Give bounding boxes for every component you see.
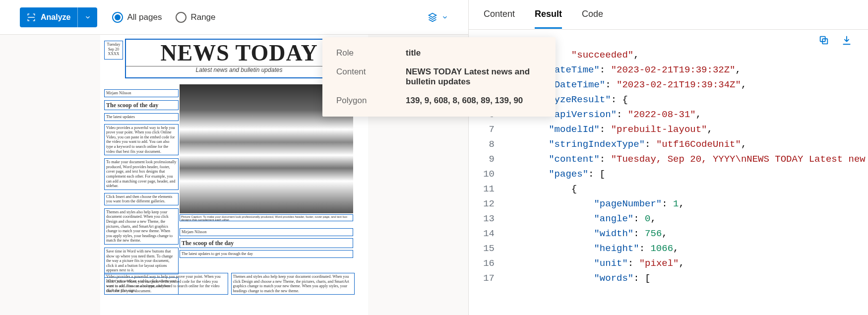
text-region[interactable]: Themes and styles also help keep your do…	[231, 273, 355, 295]
text-region[interactable]: The latest updates to get you through th…	[180, 250, 353, 258]
tooltip-key-polygon: Polygon	[336, 96, 406, 106]
tooltip-val-polygon: 139, 9, 608, 8, 608, 89, 139, 90	[406, 96, 542, 106]
download-button[interactable]	[841, 35, 852, 46]
region-tooltip: Role title Content NEWS TODAY Latest new…	[322, 37, 556, 117]
author-region[interactable]: Mirjam Nilsson	[104, 89, 179, 97]
tab-content[interactable]: Content	[484, 9, 515, 27]
layers-icon	[428, 12, 437, 22]
all-pages-label: All pages	[127, 12, 162, 22]
text-region[interactable]: Save time in Word with new buttons that …	[104, 248, 179, 274]
heading-region[interactable]: The scoop of the day	[104, 100, 179, 110]
author-region[interactable]: Mirjam Nilsson	[180, 228, 353, 236]
date-region[interactable]: Tuesday Sep 20 XXXX	[104, 41, 123, 60]
result-tabs: Content Result Code	[469, 0, 868, 30]
doc-title: NEWS TODAY	[126, 40, 352, 66]
text-region[interactable]: Video provides a powerful way to help yo…	[104, 273, 228, 295]
analyze-dropdown[interactable]	[77, 7, 97, 27]
page-range-group: All pages Range	[112, 12, 215, 23]
radio-checked-icon	[112, 12, 123, 23]
analyze-button[interactable]: Analyze	[20, 7, 97, 27]
toolbar: Analyze All pages Range	[0, 0, 468, 35]
text-region[interactable]: Themes and styles also help keep your do…	[104, 208, 179, 245]
radio-range[interactable]: Range	[176, 12, 215, 23]
copy-button[interactable]	[818, 35, 829, 46]
text-region[interactable]: Video provides a powerful way to help yo…	[104, 124, 179, 156]
tab-code[interactable]: Code	[582, 9, 603, 27]
chevron-down-icon	[441, 14, 448, 21]
tooltip-val-content: NEWS TODAY Latest news and bulletin upda…	[406, 67, 542, 87]
scan-icon	[27, 13, 36, 22]
analyze-label: Analyze	[41, 13, 70, 22]
tooltip-val-role: title	[406, 48, 542, 58]
tooltip-key-role: Role	[336, 48, 406, 58]
tooltip-key-content: Content	[336, 67, 406, 87]
range-label: Range	[190, 12, 215, 22]
caption-region[interactable]: Picture Caption: To make your document l…	[180, 214, 353, 221]
title-region[interactable]: NEWS TODAY Latest news and bulletin upda…	[125, 39, 353, 78]
text-region[interactable]: The latest updates	[104, 113, 179, 121]
doc-subtitle: Latest news and bulletin updates	[126, 66, 352, 73]
radio-unchecked-icon	[176, 12, 186, 23]
tab-result[interactable]: Result	[535, 9, 562, 29]
text-region[interactable]: Click Insert and then choose the element…	[104, 193, 179, 205]
layers-dropdown[interactable]	[428, 12, 448, 22]
radio-all-pages[interactable]: All pages	[112, 12, 162, 23]
heading-region[interactable]: The scoop of the day	[180, 238, 353, 248]
text-region[interactable]: To make your document look professionall…	[104, 158, 179, 190]
